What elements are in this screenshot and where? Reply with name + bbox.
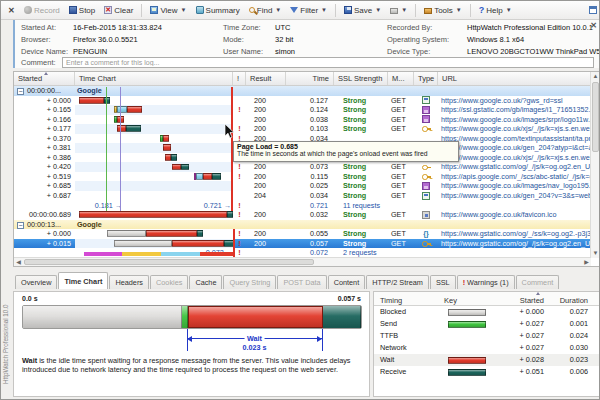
scroll-up-icon[interactable]: ▲: [591, 72, 600, 81]
table-row[interactable]: + 0.165!2000.124StrongGEThttps://ssl.gst…: [14, 105, 591, 115]
column-header-started[interactable]: Started: [14, 72, 75, 85]
time-cell: 0.124: [286, 105, 334, 115]
time-chart-cell: [75, 162, 233, 172]
tab-ssl[interactable]: SSL: [430, 275, 456, 289]
table-row[interactable]: + 0.015!2000.057StrongGEThttps://www.gst…: [14, 239, 591, 249]
stop-button[interactable]: Stop: [66, 5, 98, 16]
printer-button[interactable]: ▼: [387, 6, 410, 15]
tab-time-chart[interactable]: Time Chart: [58, 272, 108, 289]
request-timing-bar: [77, 134, 231, 144]
ssl-strength-cell: Strong: [334, 229, 388, 239]
table-row[interactable]: 00:00:00.689!2000.032StrongGEThttps://ww…: [14, 210, 591, 220]
hscroll-thumb[interactable]: [24, 259, 314, 265]
collapse-icon[interactable]: −: [17, 88, 24, 95]
timing-column-header-timing[interactable]: Timing: [374, 292, 444, 305]
column-header-time[interactable]: Time: [286, 72, 334, 85]
info-field-value: PENGUIN: [73, 47, 107, 56]
type-icon-image: [422, 106, 430, 114]
type-cell: [414, 181, 438, 191]
close-icon[interactable]: ✕: [590, 21, 597, 30]
mouse-cursor: [224, 124, 235, 140]
tab-headers[interactable]: Headers: [109, 275, 149, 289]
page-group-row[interactable]: −00:00:13...Google: [14, 220, 591, 230]
ssl-strength-value: Strong: [343, 115, 366, 124]
overview-segment-gray: [23, 306, 182, 328]
ssl-strength-cell: Strong: [334, 181, 388, 191]
page-summary-row[interactable]: 0.181 →0.721 →!0.72111 requests: [14, 201, 591, 211]
overview-segment-red: [188, 306, 323, 328]
tab-warnings-1-[interactable]: !Warnings (1): [457, 275, 515, 289]
horizontal-scrollbar[interactable]: ◀ ▶: [14, 257, 591, 266]
column-header-url[interactable]: URL: [438, 72, 599, 85]
info-field-label: User Name:: [223, 47, 263, 56]
table-row[interactable]: + 0.6872040.034StrongGEThttps://www.goog…: [14, 191, 591, 201]
started-cell: [14, 201, 75, 211]
column-header-type[interactable]: Type: [414, 72, 438, 85]
result-cell: 200: [246, 239, 286, 249]
tab-http-2-stream[interactable]: HTTP/2 Stream: [366, 275, 429, 289]
ssl-strength-cell: Strong: [334, 210, 388, 220]
info-field-value: 16-Feb-2015 18:31:33.824: [73, 23, 162, 32]
info-field-label: Browser:: [21, 35, 51, 44]
strip-segment: [200, 252, 233, 256]
tab-cache[interactable]: Cache: [189, 275, 222, 289]
table-row[interactable]: + 0.6852000.025StrongGEThttps://www.goog…: [14, 181, 591, 191]
table-row[interactable]: + 0.177!2000.103StrongGEThttps://www.goo…: [14, 124, 591, 134]
timing-key: [444, 354, 502, 366]
type-icon-html: [422, 96, 430, 104]
time-chart-cell: [75, 143, 233, 153]
timing-column-header-started[interactable]: Started: [502, 292, 550, 305]
scroll-left-icon[interactable]: ◀: [14, 258, 23, 267]
table-row[interactable]: + 0.420!2000.073StrongGEThttps://www.gst…: [14, 162, 591, 172]
timing-row-blocked: Blocked+ 0.0000.027: [374, 306, 599, 318]
table-row[interactable]: + 0.0002000.127StrongGEThttps://www.goog…: [14, 96, 591, 106]
result-cell: 200: [246, 115, 286, 125]
table-row[interactable]: + 0.1662000.038StrongGEThttps://www.goog…: [14, 115, 591, 125]
clear-button[interactable]: Clear: [101, 5, 136, 16]
timing-column-header-duration[interactable]: Duration: [550, 292, 594, 305]
column-header-ssl-strength[interactable]: SSL Strength: [334, 72, 388, 85]
type-cell: [414, 220, 438, 230]
vertical-scrollbar[interactable]: ▲ ▼: [590, 72, 599, 258]
column-header-m-[interactable]: M...: [388, 72, 414, 85]
timing-row-receive: Receive+ 0.0510.006: [374, 366, 599, 378]
tab-overview[interactable]: Overview: [15, 275, 57, 289]
tab-content[interactable]: Content: [328, 275, 366, 289]
collapse-icon[interactable]: −: [17, 222, 24, 229]
log-info-panel: Started At:16-Feb-2015 18:31:33.824Brows…: [13, 20, 600, 68]
timing-column-header-key[interactable]: Key: [444, 292, 502, 305]
page-load-tooltip: Page Load = 0.685 The time in seconds at…: [233, 141, 459, 162]
summary-button[interactable]: Summary: [193, 5, 243, 16]
toolbar-button-label: Save: [354, 6, 372, 15]
column-header--[interactable]: !: [233, 72, 246, 85]
method-cell: GET: [388, 96, 414, 106]
filter-button[interactable]: Filter▼: [287, 5, 330, 16]
save-button[interactable]: Save▼: [341, 5, 384, 16]
request-timing-bar: [77, 172, 231, 182]
method-cell: GET: [388, 124, 414, 134]
column-header-result[interactable]: Result: [246, 72, 286, 85]
ssl-strength-cell: Strong: [334, 115, 388, 125]
page-group-row[interactable]: −00:00:00...Google: [14, 86, 591, 96]
chevron-down-icon: ▼: [401, 7, 407, 13]
render-start-marker: [106, 87, 107, 211]
vscroll-thumb[interactable]: [592, 82, 599, 152]
view-button[interactable]: View▼: [147, 5, 189, 16]
close-button[interactable]: ✕: [5, 6, 18, 15]
key-swatch-red: [448, 357, 486, 364]
find-button[interactable]: Find▼: [246, 5, 285, 16]
column-header-time-chart[interactable]: Time Chart: [75, 72, 233, 85]
tools-button[interactable]: Tools▼: [421, 5, 465, 16]
help-button[interactable]: ?Help▼: [476, 5, 515, 16]
app-version-vertical-label: HttpWatch Professional 10.0: [2, 291, 12, 397]
timing-duration: 0.023: [550, 354, 594, 366]
table-row[interactable]: + 0.519!2000.115StrongGEThttps://apis.go…: [14, 172, 591, 182]
window-icon[interactable]: [589, 6, 597, 14]
comment-input[interactable]: [62, 57, 594, 68]
filter-icon: [290, 7, 298, 13]
table-row[interactable]: + 0.000!2000.055StrongGET{}https://www.g…: [14, 229, 591, 239]
info-field-label: Mode:: [223, 35, 244, 44]
scroll-down-icon[interactable]: ▼: [591, 249, 600, 258]
footer-chart-area: 0.181 →0.721 →: [77, 201, 231, 211]
scroll-right-icon[interactable]: ▶: [582, 258, 591, 267]
